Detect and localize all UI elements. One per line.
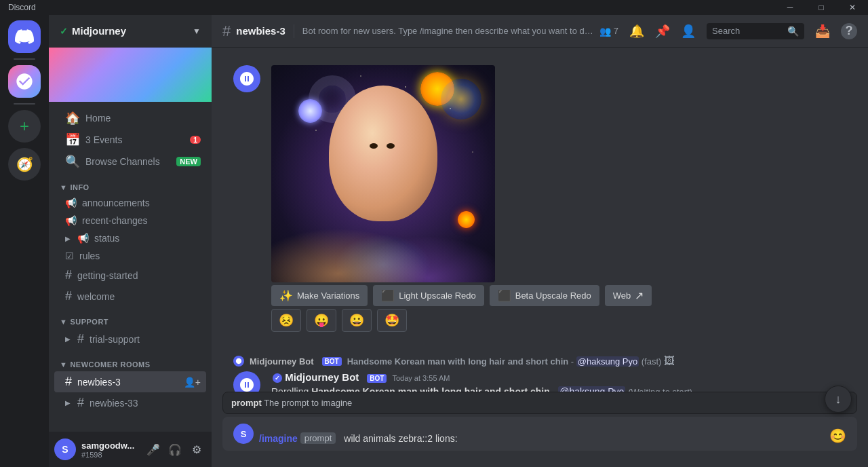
- reaction-1[interactable]: 😛: [307, 309, 336, 332]
- pin-button[interactable]: 📌: [655, 24, 670, 39]
- header-divider: [294, 24, 294, 38]
- add-member-icon[interactable]: 👤+: [184, 377, 201, 388]
- messages-area: ✨ Make Variations ⬛ Light Upscale Redo ⬛…: [212, 48, 868, 392]
- user-tag: #1598: [81, 451, 138, 459]
- server-name: Midjourney: [72, 25, 126, 37]
- members-count: 7: [614, 26, 618, 36]
- collapse-arrow-2: ▶: [65, 335, 71, 343]
- sidebar-item-home[interactable]: 🏠 Home: [54, 107, 206, 129]
- server-header[interactable]: ✓ Midjourney ▼: [49, 15, 212, 48]
- reaction-3[interactable]: 🤩: [377, 309, 407, 332]
- reaction-buttons: 😣 😛 😀 🤩: [271, 309, 846, 332]
- members-panel-button[interactable]: 👤: [681, 24, 696, 39]
- settings-button[interactable]: ⚙: [187, 440, 206, 459]
- close-button[interactable]: ✕: [837, 0, 868, 15]
- category-arrow-3: ▼: [60, 360, 67, 369]
- inbox-button[interactable]: 📥: [815, 24, 830, 39]
- channel-name: status: [94, 233, 201, 244]
- channel-sidebar: ✓ Midjourney ▼ 🏠 Home 📅 3 Events 1 🔍 Bro…: [49, 15, 212, 467]
- bot-image-message: ✨ Make Variations ⬛ Light Upscale Redo ⬛…: [222, 64, 857, 337]
- sidebar-item-status[interactable]: ▶ 📢 status: [54, 229, 206, 247]
- sidebar-item-browse[interactable]: 🔍 Browse Channels NEW: [54, 151, 206, 172]
- sidebar-item-welcome[interactable]: # welcome: [54, 286, 206, 307]
- light-upscale-redo-button[interactable]: ⬛ Light Upscale Redo: [373, 285, 484, 306]
- user-avatar: S: [54, 438, 76, 460]
- category-label-2: SUPPORT: [70, 318, 108, 326]
- artwork-cosmic: [441, 79, 481, 119]
- add-server-button[interactable]: +: [8, 110, 41, 143]
- category-arrow: ▼: [60, 183, 67, 191]
- artwork-orb2: [298, 99, 322, 123]
- reroll-content: ✓ Midjourney Bot BOT Today at 3:55 AM Re…: [271, 371, 846, 392]
- help-button[interactable]: ?: [841, 23, 857, 39]
- new-badge: NEW: [176, 157, 201, 166]
- reaction-2[interactable]: 😀: [342, 309, 372, 332]
- upload-file-button[interactable]: S: [233, 417, 254, 451]
- hash-icon-3: #: [77, 332, 84, 346]
- image-ref-icon[interactable]: 🖼: [664, 355, 675, 367]
- light-upscale-label: Light Upscale Redo: [399, 291, 475, 301]
- ai-generated-image[interactable]: [271, 65, 495, 282]
- action-buttons-row1: ✨ Make Variations ⬛ Light Upscale Redo ⬛…: [271, 285, 846, 306]
- message-reference: Midjourney Bot BOT Handsome Korean man w…: [222, 354, 857, 370]
- command-input[interactable]: [344, 433, 462, 444]
- message-text: Rerolling Handsome Korean man with long …: [271, 386, 846, 392]
- emoji-picker-button[interactable]: 😊: [829, 421, 846, 451]
- ref-author: Midjourney Bot: [250, 356, 314, 367]
- prompt-tooltip: prompt The prompt to imagine: [222, 392, 857, 414]
- check-icon: ☑: [65, 250, 74, 261]
- mute-button[interactable]: 🎤: [144, 440, 163, 459]
- members-icon: 👥: [599, 26, 611, 37]
- message-input-content[interactable]: /imagine prompt: [259, 426, 824, 451]
- sidebar-item-trial-support[interactable]: ▶ # trial-support: [54, 329, 206, 350]
- discover-server-button[interactable]: 🧭: [8, 148, 41, 181]
- make-variations-button[interactable]: ✨ Make Variations: [271, 285, 368, 306]
- slash-command-name: /imagine: [259, 433, 298, 444]
- web-button[interactable]: Web ↗: [605, 285, 652, 306]
- ref-text: Handsome Korean man with long hair and s…: [347, 355, 846, 367]
- hash-icon-2: #: [65, 289, 72, 303]
- channel-name: welcome: [77, 291, 201, 302]
- search-bar[interactable]: 🔍: [707, 23, 804, 39]
- body-prefix: Rerolling: [271, 386, 311, 392]
- sidebar-item-newbies-3[interactable]: # newbies-3 👤+: [54, 371, 206, 392]
- channel-name: announcements: [82, 198, 201, 208]
- body-mention[interactable]: @haksung Pyo: [558, 386, 625, 392]
- category-support[interactable]: ▼ SUPPORT: [49, 307, 212, 329]
- prompt-tag: prompt: [300, 432, 336, 444]
- minimize-button[interactable]: ─: [774, 0, 806, 15]
- notification-button[interactable]: 🔔: [629, 24, 644, 39]
- sidebar-item-recent-changes[interactable]: 📢 recent-changes: [54, 212, 206, 229]
- sidebar-item-getting-started[interactable]: # getting-started: [54, 265, 206, 286]
- user-info: samgoodw... #1598: [81, 441, 138, 459]
- members-count-button[interactable]: 👥 7: [599, 26, 618, 37]
- maximize-button[interactable]: □: [806, 0, 837, 15]
- server-divider: [14, 58, 35, 60]
- sidebar-item-newbies-33[interactable]: ▶ # newbies-33: [54, 392, 206, 413]
- bot-tag: BOT: [367, 374, 387, 383]
- external-link-icon: ↗: [635, 289, 644, 302]
- deafen-button[interactable]: 🎧: [165, 440, 184, 459]
- discord-home-button[interactable]: [8, 20, 41, 53]
- web-label: Web: [613, 291, 631, 301]
- category-label: INFO: [70, 183, 89, 191]
- sparkle-icon: ✨: [279, 289, 293, 302]
- bot-avatar-2: [233, 371, 260, 392]
- slash-command: /imagine prompt: [259, 432, 462, 444]
- home-label: Home: [85, 113, 201, 124]
- sidebar-item-events[interactable]: 📅 3 Events 1: [54, 129, 206, 151]
- beta-upscale-redo-button[interactable]: ⬛ Beta Upscale Redo: [490, 285, 599, 306]
- category-newcomer[interactable]: ▼ NEWCOMER ROOMS: [49, 350, 212, 371]
- reaction-0[interactable]: 😣: [271, 309, 301, 332]
- light-upscale-icon: ⬛: [381, 289, 395, 302]
- category-info[interactable]: ▼ INFO: [49, 172, 212, 194]
- midjourney-server-icon[interactable]: [8, 65, 41, 98]
- message-author[interactable]: ✓ Midjourney Bot: [271, 371, 359, 383]
- ref-avatar: [233, 356, 244, 367]
- channel-list: 🏠 Home 📅 3 Events 1 🔍 Browse Channels NE…: [49, 102, 212, 432]
- sidebar-item-announcements[interactable]: 📢 announcements: [54, 194, 206, 212]
- search-input[interactable]: [712, 26, 785, 36]
- message-timestamp: Today at 3:55 AM: [392, 374, 450, 382]
- browse-icon: 🔍: [65, 154, 80, 169]
- sidebar-item-rules[interactable]: ☑ rules: [54, 247, 206, 265]
